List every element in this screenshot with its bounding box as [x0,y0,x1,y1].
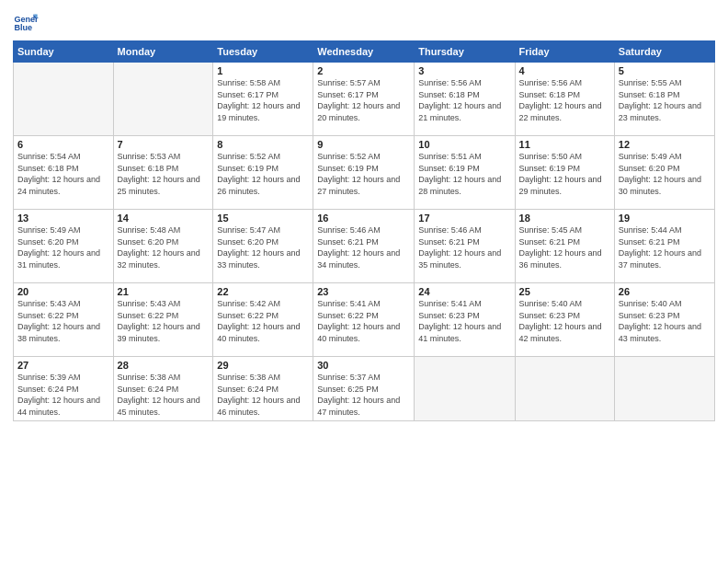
calendar-week-row: 13Sunrise: 5:49 AM Sunset: 6:20 PM Dayli… [14,210,715,283]
weekday-header-sunday: Sunday [14,41,114,63]
day-info: Sunrise: 5:40 AM Sunset: 6:23 PM Dayligh… [519,298,610,344]
calendar-cell: 29Sunrise: 5:38 AM Sunset: 6:24 PM Dayli… [213,357,313,421]
weekday-header-tuesday: Tuesday [213,41,313,63]
day-number: 18 [519,213,610,224]
day-info: Sunrise: 5:48 AM Sunset: 6:20 PM Dayligh… [118,224,210,270]
day-number: 17 [418,213,510,224]
day-number: 25 [519,286,610,297]
day-number: 9 [317,139,410,150]
day-number: 3 [418,65,510,76]
day-info: Sunrise: 5:46 AM Sunset: 6:21 PM Dayligh… [317,224,410,270]
calendar-cell: 2Sunrise: 5:57 AM Sunset: 6:17 PM Daylig… [313,63,415,136]
day-number: 26 [619,286,711,297]
day-number: 22 [217,286,309,297]
calendar-cell: 8Sunrise: 5:52 AM Sunset: 6:19 PM Daylig… [213,136,313,210]
day-info: Sunrise: 5:57 AM Sunset: 6:17 PM Dayligh… [317,77,410,123]
calendar-cell [515,357,614,421]
day-info: Sunrise: 5:45 AM Sunset: 6:21 PM Dayligh… [519,224,610,270]
day-number: 23 [317,286,410,297]
day-info: Sunrise: 5:56 AM Sunset: 6:18 PM Dayligh… [519,77,610,123]
day-number: 8 [217,139,309,150]
calendar-cell: 10Sunrise: 5:51 AM Sunset: 6:19 PM Dayli… [415,136,515,210]
calendar-cell: 19Sunrise: 5:44 AM Sunset: 6:21 PM Dayli… [614,210,714,283]
day-info: Sunrise: 5:44 AM Sunset: 6:21 PM Dayligh… [619,224,711,270]
day-info: Sunrise: 5:50 AM Sunset: 6:19 PM Dayligh… [519,151,610,197]
calendar-cell: 17Sunrise: 5:46 AM Sunset: 6:21 PM Dayli… [415,210,515,283]
day-info: Sunrise: 5:41 AM Sunset: 6:22 PM Dayligh… [317,298,410,344]
weekday-header-monday: Monday [113,41,213,63]
calendar-cell: 28Sunrise: 5:38 AM Sunset: 6:24 PM Dayli… [113,357,213,421]
calendar-cell: 14Sunrise: 5:48 AM Sunset: 6:20 PM Dayli… [113,210,213,283]
calendar-cell: 30Sunrise: 5:37 AM Sunset: 6:25 PM Dayli… [313,357,415,421]
day-number: 12 [619,139,711,150]
weekday-header-thursday: Thursday [415,41,515,63]
day-number: 1 [217,65,309,76]
day-number: 16 [317,213,410,224]
calendar-cell: 21Sunrise: 5:43 AM Sunset: 6:22 PM Dayli… [113,283,213,357]
calendar-cell: 24Sunrise: 5:41 AM Sunset: 6:23 PM Dayli… [415,283,515,357]
day-info: Sunrise: 5:56 AM Sunset: 6:18 PM Dayligh… [418,77,510,123]
calendar-cell: 1Sunrise: 5:58 AM Sunset: 6:17 PM Daylig… [213,63,313,136]
calendar-cell: 22Sunrise: 5:42 AM Sunset: 6:22 PM Dayli… [213,283,313,357]
calendar-cell: 20Sunrise: 5:43 AM Sunset: 6:22 PM Dayli… [14,283,114,357]
calendar-cell: 16Sunrise: 5:46 AM Sunset: 6:21 PM Dayli… [313,210,415,283]
day-info: Sunrise: 5:38 AM Sunset: 6:24 PM Dayligh… [118,372,210,418]
day-number: 2 [317,65,410,76]
day-info: Sunrise: 5:47 AM Sunset: 6:20 PM Dayligh… [217,224,309,270]
calendar-table: SundayMondayTuesdayWednesdayThursdayFrid… [13,40,715,421]
day-number: 6 [17,139,109,150]
day-number: 4 [519,65,610,76]
calendar-cell: 27Sunrise: 5:39 AM Sunset: 6:24 PM Dayli… [14,357,114,421]
day-number: 30 [317,360,410,371]
calendar-cell: 23Sunrise: 5:41 AM Sunset: 6:22 PM Dayli… [313,283,415,357]
day-number: 21 [118,286,210,297]
header: General Blue [13,9,715,35]
svg-text:Blue: Blue [14,23,32,32]
day-number: 10 [418,139,510,150]
calendar-cell: 26Sunrise: 5:40 AM Sunset: 6:23 PM Dayli… [614,283,714,357]
day-info: Sunrise: 5:42 AM Sunset: 6:22 PM Dayligh… [217,298,309,344]
logo-icon: General Blue [13,9,39,35]
calendar-cell [113,63,213,136]
calendar-cell [14,63,114,136]
calendar-header-row: SundayMondayTuesdayWednesdayThursdayFrid… [14,41,715,63]
day-info: Sunrise: 5:52 AM Sunset: 6:19 PM Dayligh… [217,151,309,197]
calendar-cell: 3Sunrise: 5:56 AM Sunset: 6:18 PM Daylig… [415,63,515,136]
day-info: Sunrise: 5:53 AM Sunset: 6:18 PM Dayligh… [118,151,210,197]
weekday-header-friday: Friday [515,41,614,63]
day-info: Sunrise: 5:46 AM Sunset: 6:21 PM Dayligh… [418,224,510,270]
calendar-cell: 4Sunrise: 5:56 AM Sunset: 6:18 PM Daylig… [515,63,614,136]
day-info: Sunrise: 5:41 AM Sunset: 6:23 PM Dayligh… [418,298,510,344]
calendar-cell: 6Sunrise: 5:54 AM Sunset: 6:18 PM Daylig… [14,136,114,210]
day-info: Sunrise: 5:39 AM Sunset: 6:24 PM Dayligh… [17,372,109,418]
day-info: Sunrise: 5:37 AM Sunset: 6:25 PM Dayligh… [317,372,410,418]
day-number: 11 [519,139,610,150]
calendar-cell: 11Sunrise: 5:50 AM Sunset: 6:19 PM Dayli… [515,136,614,210]
day-number: 15 [217,213,309,224]
calendar-cell: 15Sunrise: 5:47 AM Sunset: 6:20 PM Dayli… [213,210,313,283]
day-number: 28 [118,360,210,371]
logo: General Blue [13,9,42,35]
day-info: Sunrise: 5:38 AM Sunset: 6:24 PM Dayligh… [217,372,309,418]
day-info: Sunrise: 5:40 AM Sunset: 6:23 PM Dayligh… [619,298,711,344]
day-number: 20 [17,286,109,297]
day-info: Sunrise: 5:43 AM Sunset: 6:22 PM Dayligh… [17,298,109,344]
weekday-header-saturday: Saturday [614,41,714,63]
day-number: 13 [17,213,109,224]
calendar-cell: 9Sunrise: 5:52 AM Sunset: 6:19 PM Daylig… [313,136,415,210]
day-number: 14 [118,213,210,224]
day-info: Sunrise: 5:54 AM Sunset: 6:18 PM Dayligh… [17,151,109,197]
calendar-cell [614,357,714,421]
calendar-cell: 13Sunrise: 5:49 AM Sunset: 6:20 PM Dayli… [14,210,114,283]
calendar-cell: 18Sunrise: 5:45 AM Sunset: 6:21 PM Dayli… [515,210,614,283]
calendar-cell: 25Sunrise: 5:40 AM Sunset: 6:23 PM Dayli… [515,283,614,357]
day-info: Sunrise: 5:49 AM Sunset: 6:20 PM Dayligh… [619,151,711,197]
day-info: Sunrise: 5:43 AM Sunset: 6:22 PM Dayligh… [118,298,210,344]
calendar-week-row: 6Sunrise: 5:54 AM Sunset: 6:18 PM Daylig… [14,136,715,210]
calendar-cell [415,357,515,421]
day-info: Sunrise: 5:49 AM Sunset: 6:20 PM Dayligh… [17,224,109,270]
day-info: Sunrise: 5:55 AM Sunset: 6:18 PM Dayligh… [619,77,711,123]
day-number: 19 [619,213,711,224]
day-info: Sunrise: 5:51 AM Sunset: 6:19 PM Dayligh… [418,151,510,197]
calendar-week-row: 27Sunrise: 5:39 AM Sunset: 6:24 PM Dayli… [14,357,715,421]
